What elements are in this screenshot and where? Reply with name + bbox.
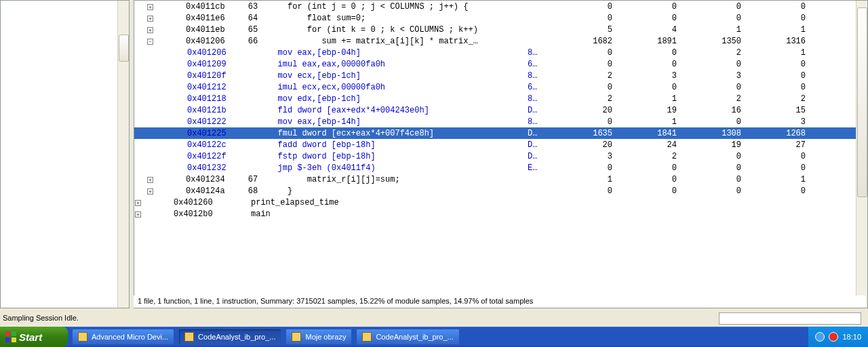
source-line: matrix_r[i][j]=sum; bbox=[263, 175, 528, 184]
code-row[interactable]: +0x40124a68 }0000 bbox=[134, 185, 867, 197]
opcode-byte: D… bbox=[528, 106, 548, 115]
expand-toggle[interactable]: + bbox=[134, 25, 155, 35]
left-scrollbar[interactable] bbox=[117, 1, 129, 308]
expand-icon[interactable]: + bbox=[147, 188, 153, 195]
source-line: print_elapsed_time bbox=[251, 198, 515, 207]
sample-count: 24 bbox=[612, 140, 677, 150]
code-row[interactable]: 0x401232 jmp $-3eh (0x4011f4)E…0000 bbox=[134, 162, 867, 174]
expand-toggle[interactable]: + bbox=[134, 175, 155, 184]
code-row[interactable]: +0x4011eb65 for (int k = 0 ; k < COLUMNS… bbox=[134, 24, 867, 35]
opcode-byte: 6… bbox=[528, 83, 548, 92]
start-button[interactable]: Start bbox=[0, 327, 68, 347]
code-row[interactable]: 0x401206 mov eax,[ebp-04h]8…0021 bbox=[134, 47, 867, 58]
expand-icon[interactable]: + bbox=[147, 16, 153, 22]
expand-toggle[interactable]: + bbox=[134, 186, 155, 196]
code-row[interactable]: 0x40122f fstp dword [ebp-18h]D…3200 bbox=[134, 150, 867, 162]
code-row[interactable]: 0x401222 mov eax,[ebp-14h]8…0103 bbox=[134, 116, 867, 127]
asm-instruction: mov edx,[ebp-1ch] bbox=[263, 94, 528, 104]
system-tray[interactable]: 18:10 bbox=[808, 327, 868, 347]
address: 0x40122c bbox=[182, 140, 243, 150]
code-row[interactable]: +0x4012b0main bbox=[134, 208, 867, 220]
sample-count: 3 bbox=[741, 117, 806, 127]
expand-toggle[interactable]: + bbox=[122, 209, 142, 219]
sample-count: 0 bbox=[548, 186, 612, 196]
code-row[interactable]: +0x4011cb63 for (int j = 0 ; j < COLUMNS… bbox=[134, 1, 867, 12]
sample-count: 0 bbox=[548, 163, 612, 173]
taskbar-item[interactable]: CodeAnalyst_ib_pro_... bbox=[356, 329, 459, 345]
collapse-icon[interactable]: - bbox=[147, 39, 153, 45]
sample-count: 0 bbox=[548, 117, 612, 127]
expand-toggle[interactable]: + bbox=[134, 2, 155, 12]
expand-toggle[interactable]: + bbox=[122, 198, 142, 207]
sample-count: 1 bbox=[677, 25, 741, 35]
code-row[interactable]: +0x40123467 matrix_r[i][j]=sum;1001 bbox=[134, 174, 867, 185]
expand-icon[interactable]: + bbox=[147, 177, 153, 183]
expand-icon[interactable]: + bbox=[147, 27, 153, 33]
line-number: 67 bbox=[243, 175, 263, 184]
expand-toggle[interactable]: - bbox=[134, 37, 155, 46]
sample-count: 0 bbox=[741, 2, 806, 12]
opcode-byte: 8… bbox=[528, 71, 548, 81]
scrollbar-thumb[interactable] bbox=[857, 7, 867, 197]
sample-count: 0 bbox=[612, 14, 677, 23]
code-row[interactable]: 0x401212 imul ecx,ecx,00000fa0h6…0000 bbox=[134, 81, 867, 93]
sample-count: 1891 bbox=[612, 37, 677, 46]
sample-count: 1350 bbox=[677, 37, 741, 46]
code-row[interactable]: 0x401218 mov edx,[ebp-1ch]8…2122 bbox=[134, 93, 867, 104]
expand-toggle[interactable]: + bbox=[134, 14, 155, 23]
opcode-byte: D… bbox=[528, 152, 548, 161]
taskbar-item-label: Advanced Micro Devi... bbox=[92, 333, 168, 341]
sample-count: 1 bbox=[741, 25, 806, 35]
expand-icon[interactable]: + bbox=[147, 4, 153, 10]
address: 0x401206 bbox=[182, 48, 243, 58]
asm-instruction: imul eax,eax,00000fa0h bbox=[263, 60, 528, 69]
address: 0x4011e6 bbox=[182, 14, 243, 23]
asm-instruction: fld dword [eax+edx*4+004243e0h] bbox=[263, 106, 528, 115]
sample-count: 1 bbox=[741, 175, 806, 184]
opcode-byte: 6… bbox=[528, 60, 548, 69]
taskbar-item-label: Moje obrazy bbox=[305, 333, 346, 341]
code-row[interactable]: +0x401260print_elapsed_time bbox=[134, 197, 867, 208]
sample-count: 3 bbox=[677, 71, 741, 81]
address: 0x40124a bbox=[182, 186, 243, 196]
asm-instruction: fstp dword [ebp-18h] bbox=[263, 152, 528, 161]
sample-count: 1308 bbox=[677, 129, 741, 138]
code-row[interactable]: 0x401225 fmul dword [ecx+eax*4+007f4ce8h… bbox=[134, 127, 867, 139]
code-row[interactable]: +0x4011e664 float sum=0;0000 bbox=[134, 12, 867, 24]
code-row[interactable]: 0x40121b fld dword [eax+edx*4+004243e0h]… bbox=[134, 104, 867, 116]
tray-icon[interactable] bbox=[829, 332, 838, 342]
taskbar-item[interactable]: Advanced Micro Devi... bbox=[72, 329, 174, 345]
expand-icon[interactable]: + bbox=[135, 211, 141, 218]
source-line: main bbox=[251, 209, 515, 219]
source-line: float sum=0; bbox=[263, 14, 528, 23]
status-input[interactable] bbox=[719, 312, 861, 325]
address: 0x401234 bbox=[182, 175, 243, 184]
code-row[interactable]: 0x401209 imul eax,eax,00000fa0h6…0000 bbox=[134, 58, 867, 70]
tray-icon[interactable] bbox=[815, 332, 825, 342]
asm-instruction: fadd dword [ebp-18h] bbox=[263, 140, 528, 150]
taskbar-item[interactable]: CodeAnalyst_ib_pro_... bbox=[178, 329, 281, 345]
main-scrollbar[interactable] bbox=[856, 1, 867, 308]
scrollbar-thumb[interactable] bbox=[119, 35, 129, 62]
source-line: for (int j = 0 ; j < COLUMNS ; j++) { bbox=[263, 2, 528, 12]
expand-icon[interactable]: + bbox=[135, 200, 141, 206]
address: 0x401212 bbox=[182, 83, 243, 92]
asm-instruction: mov eax,[ebp-04h] bbox=[263, 48, 528, 58]
address: 0x401232 bbox=[182, 163, 243, 173]
code-row[interactable]: 0x40122c fadd dword [ebp-18h]D…20241927 bbox=[134, 139, 867, 150]
code-row[interactable]: -0x40120666 sum += matrix_a[i][k] * matr… bbox=[134, 35, 867, 47]
sample-count: 1841 bbox=[612, 129, 677, 138]
sample-count: 0 bbox=[612, 2, 677, 12]
sample-count: 0 bbox=[677, 60, 741, 69]
address: 0x40121b bbox=[182, 106, 243, 115]
app-icon bbox=[78, 332, 87, 342]
address: 0x40122f bbox=[182, 152, 243, 161]
taskbar: Start Advanced Micro Devi...CodeAnalyst_… bbox=[0, 327, 868, 347]
code-row[interactable]: 0x40120f mov ecx,[ebp-1ch]8…2330 bbox=[134, 70, 867, 81]
address: 0x4011eb bbox=[182, 25, 243, 35]
sample-count: 19 bbox=[677, 140, 741, 150]
asm-instruction: mov eax,[ebp-14h] bbox=[263, 117, 528, 127]
sample-count: 15 bbox=[741, 106, 806, 115]
taskbar-item[interactable]: Moje obrazy bbox=[285, 329, 352, 345]
source-line: for (int k = 0 ; k < COLUMNS ; k++) bbox=[263, 25, 528, 35]
